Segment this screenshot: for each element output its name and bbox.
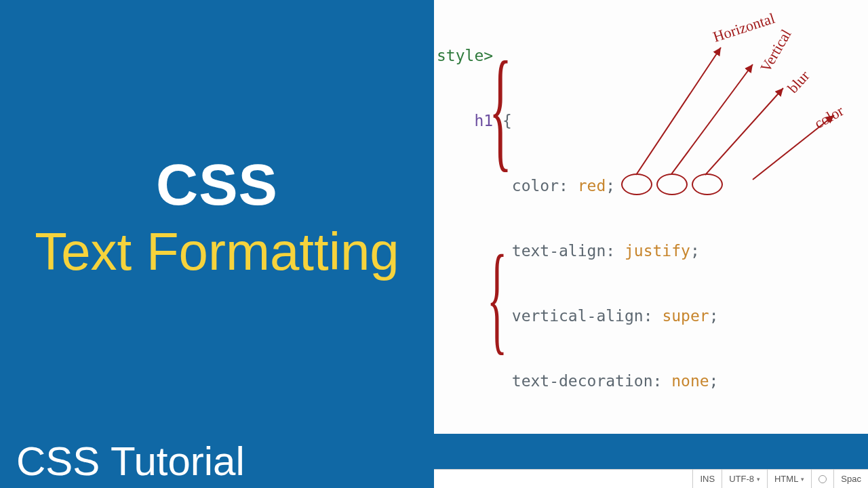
status-record-icon[interactable] — [811, 470, 833, 488]
code-editor[interactable]: style> h1 { color: red; text-align: just… — [434, 0, 868, 434]
code-property: text-decoration — [512, 372, 653, 390]
code-value: red — [578, 177, 606, 195]
circle-icon — [818, 475, 827, 483]
code-value: super — [662, 307, 709, 325]
footer-label: CSS Tutorial — [16, 438, 245, 485]
code-value: none — [671, 372, 709, 390]
title-line-2: Text Formatting — [35, 221, 399, 283]
code-property: text-align — [512, 242, 606, 260]
code-tag: style> — [437, 47, 493, 64]
code-value: justify — [625, 242, 690, 260]
status-insert-mode[interactable]: INS — [692, 470, 722, 488]
title-panel: CSS Text Formatting — [0, 0, 434, 434]
status-spacing[interactable]: Spac — [833, 470, 868, 488]
status-encoding[interactable]: UTF-8▾ — [722, 470, 767, 488]
code-selector: h1 — [474, 112, 493, 129]
code-property: vertical-align — [512, 307, 644, 325]
status-bar: INS UTF-8▾ HTML▾ Spac — [434, 469, 868, 488]
status-language[interactable]: HTML▾ — [767, 470, 811, 488]
title-line-1: CSS — [156, 151, 278, 218]
code-property: color — [512, 177, 559, 195]
